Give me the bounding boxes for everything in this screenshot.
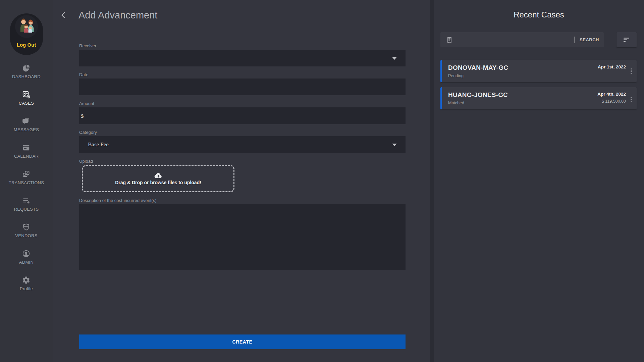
dollar-prefix: $ <box>79 113 84 119</box>
search-row: SEARCH <box>440 32 637 47</box>
gear-icon <box>22 276 31 285</box>
receipt-icon <box>446 36 453 44</box>
case-title: HUANG-JONES-GC <box>448 91 508 99</box>
sidebar-item-label: REQUESTS <box>14 207 39 212</box>
upload-dropzone[interactable]: Drag & Drop or browse files to upload! <box>82 165 234 192</box>
avatar <box>15 15 38 38</box>
recent-cases-panel: Recent Cases SEARCH <box>434 0 644 362</box>
cloud-upload-icon <box>154 172 162 179</box>
category-label: Category <box>79 130 406 135</box>
search-divider <box>574 37 575 43</box>
sidebar-item-calendar[interactable]: CALENDAR <box>14 143 39 159</box>
description-label: Description of the cost-incurred event(s… <box>79 198 406 203</box>
chat-bubbles-icon <box>22 117 31 125</box>
date-field[interactable] <box>79 79 406 95</box>
amount-label: Amount <box>79 101 406 106</box>
receiver-select[interactable] <box>79 50 406 66</box>
scrollbar-track[interactable] <box>430 0 434 362</box>
caret-down-icon <box>392 57 397 60</box>
kebab-menu-icon[interactable] <box>628 66 635 76</box>
amount-field-wrap: $ <box>79 107 406 124</box>
sidebar-item-vendors[interactable]: VENDORS <box>15 223 37 238</box>
sidebar-item-requests[interactable]: REQUESTS <box>14 196 39 212</box>
recent-cases-title: Recent Cases <box>434 10 644 19</box>
overlapping-receipts-icon <box>22 170 31 178</box>
pie-chart-icon <box>22 64 31 72</box>
sort-lines-icon <box>623 36 631 44</box>
page-title: Add Advancement <box>78 10 157 21</box>
case-checklist-add-icon <box>22 90 31 99</box>
case-card-donovan-may-gc[interactable]: DONOVAN-MAY-GC Pending Apr 1st, 2022 <box>440 60 637 82</box>
sidebar-item-profile[interactable]: Profile <box>20 276 33 291</box>
chevron-left-icon <box>59 11 68 19</box>
case-date: Apr 1st, 2022 <box>598 64 626 69</box>
case-title: DONOVAN-MAY-GC <box>448 64 508 71</box>
category-value: Base Fee <box>79 141 109 148</box>
sidebar-item-label: ADMIN <box>19 260 34 265</box>
shield-icon <box>22 223 31 231</box>
main-content: Add Advancement Receiver Date Amount $ C… <box>53 0 430 362</box>
caret-down-icon <box>392 144 397 146</box>
sidebar-item-label: CALENDAR <box>14 154 39 159</box>
dropzone-text: Drag & Drop or browse files to upload! <box>115 180 201 185</box>
search-input[interactable] <box>457 37 574 43</box>
sidebar-item-label: MESSAGES <box>14 127 39 132</box>
search-button[interactable]: SEARCH <box>580 37 599 42</box>
search-bar: SEARCH <box>440 32 604 47</box>
sort-button[interactable] <box>616 32 637 47</box>
sidebar-item-label: Profile <box>20 286 33 291</box>
calendar-icon <box>22 143 31 152</box>
logout-button[interactable]: Log Out <box>10 13 43 55</box>
case-list: DONOVAN-MAY-GC Pending Apr 1st, 2022 HUA… <box>440 60 637 109</box>
add-advancement-form: Receiver Date Amount $ Category Base Fee… <box>79 43 406 349</box>
card-left: HUANG-JONES-GC Matched <box>442 87 508 109</box>
sidebar-item-cases[interactable]: CASES <box>19 90 34 106</box>
receiver-label: Receiver <box>79 43 406 49</box>
page-header: Add Advancement <box>58 9 157 21</box>
sidebar-item-admin[interactable]: ADMIN <box>19 249 34 265</box>
logout-label: Log Out <box>17 42 36 48</box>
sidebar-item-label: DASHBOARD <box>12 74 41 79</box>
family-avatar-image <box>15 15 38 38</box>
upload-label: Upload <box>79 159 406 164</box>
case-amount: $ 119,500.00 <box>597 99 626 104</box>
account-circle-icon <box>22 249 31 258</box>
sidebar-nav: DASHBOARD CASES <box>9 64 44 291</box>
description-textarea[interactable] <box>79 204 406 270</box>
list-add-icon <box>22 196 31 205</box>
sidebar-item-label: TRANSACTIONS <box>9 180 44 185</box>
create-button[interactable]: CREATE <box>79 334 406 349</box>
card-left: DONOVAN-MAY-GC Pending <box>442 60 508 82</box>
sidebar-item-label: VENDORS <box>15 233 37 238</box>
sidebar-item-label: CASES <box>19 101 34 106</box>
case-status: Pending <box>448 73 508 78</box>
amount-field[interactable] <box>84 107 406 124</box>
back-button[interactable] <box>58 9 69 21</box>
sidebar-item-transactions[interactable]: TRANSACTIONS <box>9 170 44 185</box>
category-select[interactable]: Base Fee <box>79 136 406 153</box>
case-status: Matched <box>448 101 508 105</box>
kebab-menu-icon[interactable] <box>628 95 635 105</box>
date-label: Date <box>79 72 406 77</box>
sidebar-item-messages[interactable]: MESSAGES <box>14 117 39 132</box>
sidebar: Log Out DASHBOARD <box>0 0 53 362</box>
case-date: Apr 4th, 2022 <box>597 92 626 97</box>
app-root: Log Out DASHBOARD <box>0 0 644 362</box>
case-card-huang-jones-gc[interactable]: HUANG-JONES-GC Matched Apr 4th, 2022 $ 1… <box>440 87 637 109</box>
sidebar-item-dashboard[interactable]: DASHBOARD <box>12 64 41 79</box>
